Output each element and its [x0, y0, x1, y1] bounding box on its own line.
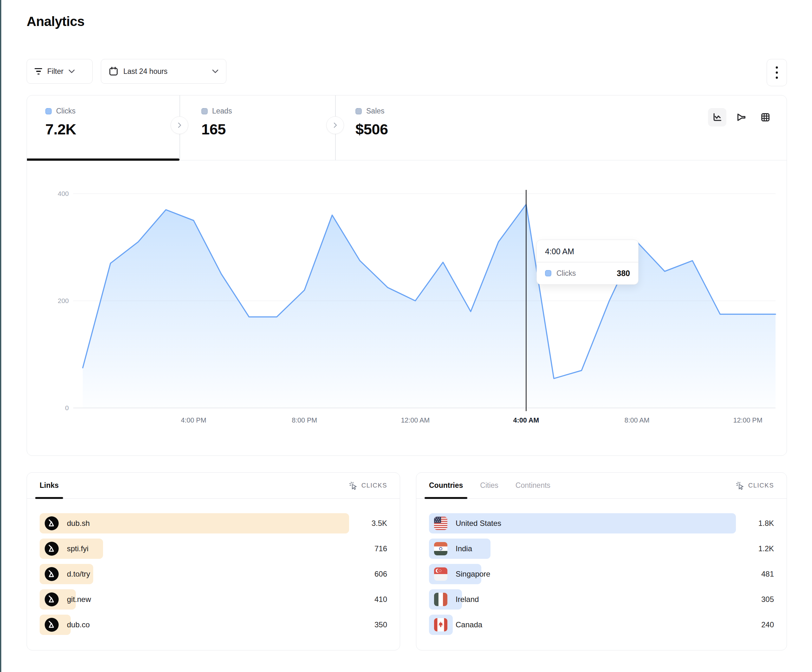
sales-series-swatch [355, 108, 362, 114]
link-label: d.to/try [67, 570, 90, 578]
country-label: Singapore [455, 570, 490, 578]
clicks-series-swatch [45, 108, 52, 114]
leads-label: Leads [212, 107, 232, 115]
cursor-click-icon [349, 481, 358, 490]
link-clicks-value: 350 [349, 620, 387, 629]
country-label: United States [455, 519, 501, 528]
analytics-page: Analytics Filter Last 24 hours Clicks 7.… [0, 0, 812, 672]
grid-table-icon [760, 112, 771, 123]
more-menu-button[interactable] [767, 59, 787, 86]
country-clicks-value: 1.2K [736, 544, 774, 553]
stats-header: Clicks 7.2K Leads 165 Sales $506 [27, 96, 786, 160]
country-clicks-value: 305 [736, 595, 774, 604]
countries-metric-selector[interactable]: CLICKS [735, 481, 774, 490]
link-label: git.new [67, 595, 91, 604]
link-row[interactable]: spti.fyi 716 [39, 539, 387, 559]
countries-metric-label: CLICKS [748, 482, 774, 489]
countries-panel: Countries Cities Continents CLICKS [416, 472, 787, 650]
sales-label: Sales [366, 107, 385, 115]
flag-india-icon [434, 542, 447, 555]
links-panel-header: Links CLICKS [27, 472, 400, 499]
link-clicks-value: 3.5K [349, 519, 387, 528]
dub-logo-icon [45, 542, 59, 556]
date-range-label: Last 24 hours [123, 67, 167, 76]
countries-rows: United States 1.8K [416, 499, 786, 635]
country-label: Canada [455, 620, 482, 629]
svg-text:4:00 AM: 4:00 AM [513, 416, 539, 424]
dub-logo-icon [45, 516, 59, 530]
country-row[interactable]: United States 1.8K [429, 513, 774, 534]
chart-view-toggles [708, 108, 774, 126]
tab-sales[interactable]: Sales $506 [355, 107, 388, 138]
tooltip-series-swatch [545, 270, 551, 276]
svg-text:12:00 AM: 12:00 AM [401, 416, 430, 424]
tab-cities[interactable]: Cities [480, 472, 498, 498]
links-rows: dub.sh 3.5K spti.fyi 716 d [27, 499, 400, 635]
left-accent-strip [0, 0, 1, 672]
svg-text:12:00 PM: 12:00 PM [734, 416, 763, 424]
chevron-down-icon [68, 70, 75, 73]
tab-links[interactable]: Links [39, 472, 59, 498]
analytics-card: Clicks 7.2K Leads 165 Sales $506 [27, 95, 787, 456]
link-label: dub.sh [67, 519, 90, 528]
tab-countries[interactable]: Countries [429, 472, 463, 498]
link-row[interactable]: dub.co 350 [39, 615, 387, 635]
tab-continents[interactable]: Continents [515, 472, 551, 498]
filter-icon [34, 68, 42, 75]
svg-text:4:00 PM: 4:00 PM [181, 416, 206, 424]
country-label: India [455, 544, 472, 553]
flag-singapore-icon [434, 567, 447, 581]
link-row[interactable]: dub.sh 3.5K [39, 513, 387, 534]
filter-button[interactable]: Filter [27, 59, 92, 84]
table-view-button[interactable] [756, 108, 774, 126]
cursor-click-icon [735, 481, 744, 490]
links-metric-selector[interactable]: CLICKS [349, 481, 387, 490]
tab-leads[interactable]: Leads 165 [201, 107, 232, 138]
svg-text:0: 0 [65, 404, 69, 411]
link-row[interactable]: d.to/try 606 [39, 564, 387, 584]
country-row[interactable]: Ireland 305 [429, 589, 774, 609]
expand-sales-button[interactable] [326, 116, 344, 134]
funnel-view-button[interactable] [732, 108, 751, 126]
link-clicks-value: 410 [349, 595, 387, 604]
links-panel: Links CLICKS dub.sh [27, 472, 400, 650]
clicks-label: Clicks [56, 107, 75, 115]
calendar-icon [109, 67, 118, 76]
link-row[interactable]: git.new 410 [39, 589, 387, 609]
line-chart-icon [712, 112, 723, 123]
country-clicks-value: 481 [736, 570, 774, 578]
flag-united-states-icon [434, 517, 447, 530]
dub-logo-icon [45, 618, 59, 632]
tab-clicks[interactable]: Clicks 7.2K [45, 107, 76, 138]
expand-leads-button[interactable] [171, 116, 188, 134]
link-clicks-value: 716 [349, 544, 387, 553]
country-row[interactable]: Canada 240 [429, 615, 774, 635]
links-metric-label: CLICKS [362, 482, 387, 489]
filter-button-label: Filter [47, 67, 63, 76]
country-clicks-value: 1.8K [736, 519, 774, 528]
country-clicks-value: 240 [736, 620, 774, 629]
line-chart-view-button[interactable] [708, 108, 727, 126]
funnel-icon [736, 112, 747, 123]
svg-text:8:00 AM: 8:00 AM [624, 416, 650, 424]
chart-tooltip: 4:00 AM Clicks 380 [536, 240, 638, 285]
tooltip-time: 4:00 AM [537, 240, 638, 262]
link-label: dub.co [67, 620, 90, 629]
link-clicks-value: 606 [349, 570, 387, 578]
chevron-down-icon [212, 70, 218, 73]
clicks-area-chart[interactable]: 02004004:00 PM8:00 PM12:00 AM4:00 AM8:00… [27, 160, 786, 455]
dub-logo-icon [45, 592, 59, 606]
date-range-button[interactable]: Last 24 hours [101, 59, 226, 84]
country-row[interactable]: India 1.2K [429, 539, 774, 559]
countries-panel-header: Countries Cities Continents CLICKS [416, 472, 786, 499]
leads-value: 165 [201, 121, 232, 138]
flag-canada-icon [434, 618, 447, 631]
tooltip-value: 380 [617, 269, 630, 278]
tooltip-series-label: Clicks [556, 269, 576, 278]
clicks-value: 7.2K [45, 121, 76, 138]
flag-ireland-icon [434, 593, 447, 606]
leads-series-swatch [201, 108, 208, 114]
country-row[interactable]: Singapore 481 [429, 564, 774, 584]
page-title: Analytics [27, 14, 84, 29]
kebab-menu-icon [775, 66, 778, 80]
